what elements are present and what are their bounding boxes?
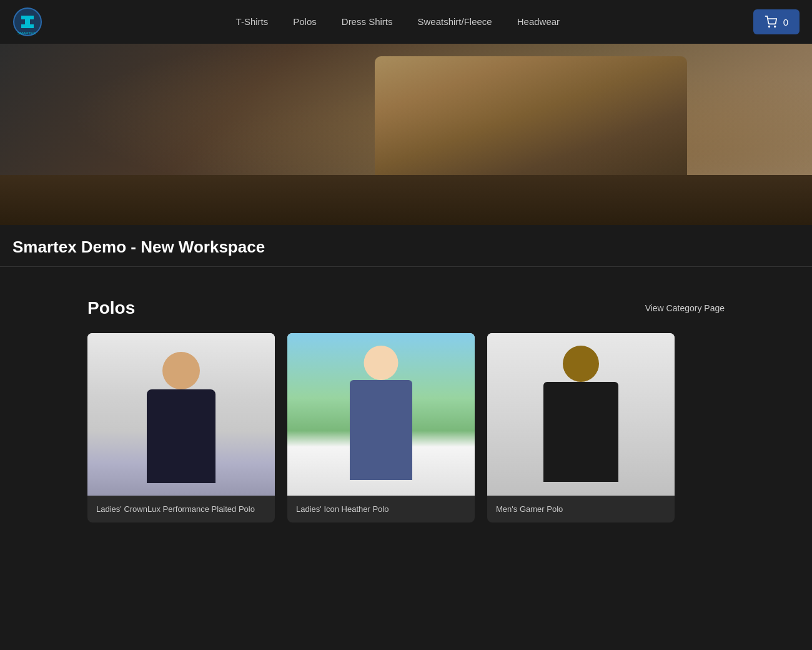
product-info: Men's Gamer Polo [487,496,675,522]
product-info: Ladies' Icon Heather Polo [287,496,475,522]
product-image-ladies-crownlux [87,333,275,496]
product-name-ladies-icon-heather: Ladies' Icon Heather Polo [296,504,389,514]
logo[interactable]: SMARTEX [12,7,42,37]
hero-banner [0,44,812,225]
nav-item-polos[interactable]: Polos [293,16,317,28]
nav-item-headwear[interactable]: Headwear [517,16,560,28]
product-info: Ladies' CrownLux Performance Plaited Pol… [87,496,275,522]
svg-point-3 [768,26,770,28]
products-grid: Ladies' CrownLux Performance Plaited Pol… [87,333,725,522]
svg-point-4 [774,26,775,28]
page-title-section: Smartex Demo - New Workspace [0,225,812,267]
main-content: Polos View Category Page Ladies' CrownLu… [0,267,812,548]
nav-links: T-Shirts Polos Dress Shirts Sweatshirt/F… [236,16,560,28]
cart-icon [765,16,777,28]
svg-text:SMARTEX: SMARTEX [17,31,36,35]
product-image-container [287,333,475,496]
hero-table-decoration [0,175,812,225]
product-name-ladies-crownlux: Ladies' CrownLux Performance Plaited Pol… [96,504,255,514]
product-image-mens-gamer [487,333,675,496]
category-title: Polos [87,298,135,318]
product-name-mens-gamer: Men's Gamer Polo [496,504,563,514]
page-title: Smartex Demo - New Workspace [12,238,800,257]
nav-item-dress-shirts[interactable]: Dress Shirts [342,16,393,28]
product-image-ladies-icon-heather [287,333,475,496]
smartex-logo-icon: SMARTEX [12,7,42,37]
nav-item-sweatshirt-fleece[interactable]: Sweatshirt/Fleece [417,16,492,28]
product-card-ladies-icon-heather[interactable]: Ladies' Icon Heather Polo [287,333,475,522]
navbar: SMARTEX T-Shirts Polos Dress Shirts Swea… [0,0,812,44]
category-section-polos: Polos View Category Page Ladies' CrownLu… [87,298,725,522]
nav-item-tshirts[interactable]: T-Shirts [236,16,269,28]
view-category-link[interactable]: View Category Page [645,303,725,313]
category-header: Polos View Category Page [87,298,725,318]
product-image-container [487,333,675,496]
cart-count: 0 [783,17,788,28]
product-card-ladies-crownlux[interactable]: Ladies' CrownLux Performance Plaited Pol… [87,333,275,522]
product-card-mens-gamer[interactable]: Men's Gamer Polo [487,333,675,522]
product-image-container [87,333,275,496]
cart-button[interactable]: 0 [753,9,800,34]
